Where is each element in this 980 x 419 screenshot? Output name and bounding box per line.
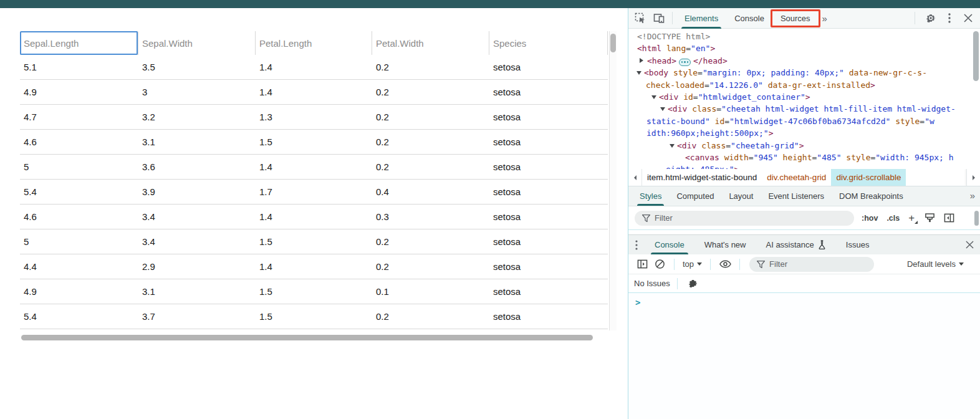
code-line[interactable]: <body style="margin: 0px; padding: 40px;… bbox=[628, 67, 980, 79]
code-line[interactable]: <div class="cheetah html-widget html-fil… bbox=[628, 103, 980, 115]
grid-vertical-scrollbar[interactable] bbox=[609, 31, 617, 330]
table-cell[interactable]: setosa bbox=[489, 130, 608, 154]
table-cell[interactable]: 0.2 bbox=[372, 55, 489, 79]
table-cell[interactable]: 4.9 bbox=[20, 80, 138, 104]
settings-gear-icon[interactable] bbox=[924, 11, 938, 25]
clear-console-icon[interactable] bbox=[653, 258, 666, 271]
table-cell[interactable]: 3 bbox=[138, 80, 256, 104]
expand-arrow-down-icon[interactable] bbox=[651, 95, 656, 99]
table-cell[interactable]: 1.5 bbox=[256, 130, 372, 154]
tab-sources[interactable]: Sources bbox=[772, 8, 819, 29]
breadcrumb-item[interactable]: item.html-widget-static-bound bbox=[642, 169, 762, 186]
code-line[interactable]: eight: 485px;"> bbox=[628, 163, 980, 169]
grid-horizontal-scrollbar-thumb[interactable] bbox=[21, 335, 593, 340]
collapsed-content-badge[interactable] bbox=[679, 59, 691, 66]
live-expression-eye-icon[interactable] bbox=[719, 258, 731, 271]
breadcrumb-item[interactable]: div.cheetah-grid bbox=[762, 169, 831, 186]
code-line[interactable]: static-bound" id="htmlwidget-47c06bf0ba6… bbox=[628, 115, 980, 127]
new-style-rule-button[interactable]: + bbox=[908, 212, 915, 224]
table-cell[interactable]: 5.4 bbox=[20, 180, 138, 204]
table-cell[interactable]: 0.4 bbox=[372, 180, 489, 204]
table-cell[interactable]: 2.9 bbox=[138, 254, 256, 279]
drawer-tab-issues[interactable]: Issues bbox=[836, 235, 880, 254]
drawer-menu-kebab-icon[interactable] bbox=[628, 235, 645, 254]
close-drawer-icon[interactable] bbox=[959, 235, 980, 254]
column-header-species[interactable]: Species bbox=[489, 31, 608, 55]
table-cell[interactable]: 1.4 bbox=[256, 155, 372, 179]
table-cell[interactable]: setosa bbox=[489, 304, 608, 329]
drawer-tab-console[interactable]: Console bbox=[645, 235, 694, 254]
console-prompt[interactable]: > bbox=[628, 293, 980, 419]
hov-toggle-button[interactable]: :hov bbox=[862, 214, 878, 223]
table-cell[interactable]: setosa bbox=[489, 254, 608, 279]
table-cell[interactable]: 0.2 bbox=[372, 105, 489, 129]
table-cell[interactable]: 3.9 bbox=[138, 180, 256, 204]
table-cell[interactable]: 0.2 bbox=[372, 155, 489, 179]
device-toolbar-toggle-icon[interactable] bbox=[652, 11, 666, 25]
table-cell[interactable]: 0.2 bbox=[372, 254, 489, 279]
table-cell[interactable]: 0.2 bbox=[372, 130, 489, 154]
console-filter-input[interactable]: Filter bbox=[749, 257, 874, 272]
drawer-tab-ai-assistance[interactable]: AI assistance bbox=[756, 235, 836, 254]
log-levels-dropdown[interactable]: Default levels bbox=[905, 259, 966, 269]
cls-toggle-button[interactable]: .cls bbox=[886, 214, 900, 223]
table-cell[interactable]: setosa bbox=[489, 279, 608, 304]
table-cell[interactable]: setosa bbox=[489, 105, 608, 129]
more-tabs-icon[interactable]: » bbox=[819, 13, 830, 24]
table-cell[interactable]: setosa bbox=[489, 155, 608, 179]
tab-elements[interactable]: Elements bbox=[676, 8, 726, 29]
table-cell[interactable]: 3.2 bbox=[138, 105, 256, 129]
table-cell[interactable]: 3.7 bbox=[138, 304, 256, 329]
table-cell[interactable]: 5 bbox=[20, 155, 138, 179]
table-cell[interactable]: setosa bbox=[489, 80, 608, 104]
grid-vertical-scrollbar-thumb[interactable] bbox=[610, 34, 616, 52]
table-cell[interactable]: 5 bbox=[20, 229, 138, 254]
close-devtools-icon[interactable] bbox=[961, 11, 975, 25]
table-cell[interactable]: 1.3 bbox=[256, 105, 372, 129]
table-cell[interactable]: 0.1 bbox=[372, 279, 489, 304]
drawer-tab-what-s-new[interactable]: What's new bbox=[694, 235, 756, 254]
table-cell[interactable]: setosa bbox=[489, 55, 608, 79]
table-cell[interactable]: 4.6 bbox=[20, 205, 138, 229]
table-cell[interactable]: 3.4 bbox=[138, 229, 256, 254]
table-cell[interactable]: 5.1 bbox=[20, 55, 138, 79]
table-cell[interactable]: 3.4 bbox=[138, 205, 256, 229]
expand-arrow-down-icon[interactable] bbox=[660, 107, 665, 111]
code-line[interactable]: <div id="htmlwidget_container"> bbox=[628, 91, 980, 103]
table-cell[interactable]: 4.4 bbox=[20, 254, 138, 279]
column-header-petal-length[interactable]: Petal.Length bbox=[256, 31, 372, 55]
table-cell[interactable]: 1.4 bbox=[256, 205, 372, 229]
more-options-kebab-icon[interactable] bbox=[943, 11, 956, 25]
table-cell[interactable]: 0.2 bbox=[372, 304, 489, 329]
table-cell[interactable]: 3.6 bbox=[138, 155, 256, 179]
table-cell[interactable]: setosa bbox=[489, 180, 608, 204]
table-cell[interactable]: 1.4 bbox=[256, 254, 372, 279]
table-cell[interactable]: setosa bbox=[489, 229, 608, 254]
column-header-sepal-width[interactable]: Sepal.Width bbox=[138, 31, 256, 55]
code-line[interactable]: idth:960px;height:500px;"> bbox=[628, 127, 980, 139]
table-cell[interactable]: 1.4 bbox=[256, 55, 372, 79]
tab-console[interactable]: Console bbox=[726, 8, 772, 29]
tab-event-listeners[interactable]: Event Listeners bbox=[761, 186, 832, 206]
breadcrumb-item[interactable]: div.grid-scrollable bbox=[831, 169, 906, 186]
show-console-sidebar-icon[interactable] bbox=[636, 258, 648, 271]
breadcrumb-scroll-left-icon[interactable] bbox=[628, 169, 642, 186]
expand-arrow-down-icon[interactable] bbox=[637, 71, 641, 75]
tab-computed[interactable]: Computed bbox=[669, 186, 721, 206]
column-header-sepal-length[interactable]: Sepal.Length bbox=[20, 31, 138, 55]
column-header-petal-width[interactable]: Petal.Width bbox=[372, 31, 489, 55]
table-cell[interactable]: 3.1 bbox=[138, 130, 256, 154]
tab-dom-breakpoints[interactable]: DOM Breakpoints bbox=[832, 186, 911, 206]
table-cell[interactable]: 4.6 bbox=[20, 130, 138, 154]
table-cell[interactable]: 1.5 bbox=[256, 279, 372, 304]
execution-context-dropdown[interactable]: top bbox=[680, 259, 704, 269]
table-cell[interactable]: setosa bbox=[489, 205, 608, 229]
code-line[interactable]: <head></head> bbox=[628, 55, 980, 67]
table-cell[interactable]: 0.2 bbox=[372, 80, 489, 104]
code-line[interactable]: <div class="cheetah-grid"> bbox=[628, 140, 980, 152]
code-line[interactable]: <canvas width="945" height="485" style="… bbox=[628, 152, 980, 163]
grid-horizontal-scrollbar[interactable] bbox=[20, 334, 608, 341]
table-cell[interactable]: 3.5 bbox=[138, 55, 256, 79]
table-cell[interactable]: 4.7 bbox=[20, 105, 138, 129]
more-styles-tabs-icon[interactable]: » bbox=[964, 186, 980, 206]
